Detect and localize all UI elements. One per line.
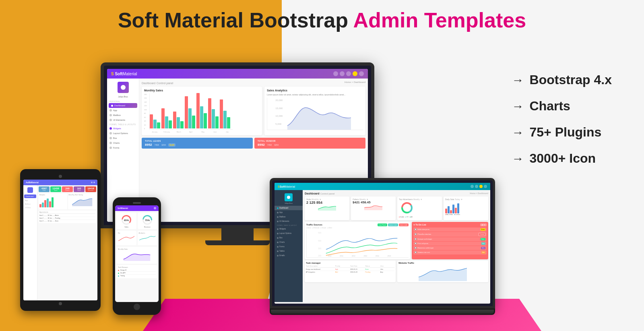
sales-analytics-card: Sales Analytics Lorem ipsum dolor sit am… bbox=[264, 87, 365, 135]
stat-total-leads: TOTAL LEADS 8952 7458 3254 %20 bbox=[142, 138, 253, 149]
bar-feb-teal bbox=[169, 120, 172, 128]
svg-text:20,000: 20,000 bbox=[275, 99, 283, 101]
nav-icon-mail[interactable] bbox=[340, 71, 345, 76]
sidebar-item-charts[interactable]: Charts bbox=[107, 141, 139, 145]
arrow-icon-4: → bbox=[512, 152, 524, 166]
metric-advertisers: Top Advertisers Weekly ▼ ■ Visible bbox=[397, 197, 442, 220]
bar-mar-blue bbox=[177, 117, 180, 128]
sidebar-item-widgets[interactable]: Widgets bbox=[107, 126, 139, 131]
bar-jan-blue bbox=[153, 120, 157, 128]
metrics-row: Visits Monthly ▼ 2 125 854 Orders Weekly… bbox=[305, 197, 488, 220]
todo-checkbox-5[interactable] bbox=[415, 247, 417, 249]
bar-feb-red bbox=[161, 108, 165, 128]
nav-icon-search[interactable] bbox=[333, 71, 338, 76]
monitor-page-title: Dashboard Control panel Home > Dashboard bbox=[142, 81, 365, 85]
sidebar-item-ui[interactable]: UI Elements bbox=[107, 118, 139, 122]
sidebar-dot-app bbox=[109, 109, 112, 112]
chart-title: Monthly Sales bbox=[144, 89, 260, 92]
tablet: AaBbMaterial Dashboard App Mailbox UI El… bbox=[20, 169, 101, 311]
traffic-sources: Traffic Sources Live Feed Latest visit L… bbox=[305, 222, 410, 259]
laptop-sidebar-emails[interactable]: Emails bbox=[275, 253, 303, 258]
bar-may-teal bbox=[204, 113, 207, 128]
laptop-sidebar-tables[interactable]: Tables bbox=[275, 249, 303, 253]
sidebar-item-box[interactable]: Box bbox=[107, 136, 139, 141]
main-title: Soft Material Bootstrap Admin Templates bbox=[0, 9, 644, 32]
laptop-main: Dashboard Control panel Home > Dashboard… bbox=[303, 190, 490, 302]
svg-text:10,000: 10,000 bbox=[275, 115, 283, 117]
sidebar-item-layout[interactable]: Layout Options bbox=[107, 131, 139, 136]
arrow-icon-2: → bbox=[512, 99, 524, 113]
bar-apr-blue bbox=[188, 108, 192, 128]
bar-group-jul bbox=[220, 99, 230, 128]
todo-checkbox-2[interactable] bbox=[415, 233, 417, 235]
metric-daily-sale: Daily Sale Today ▼ bbox=[444, 197, 488, 220]
laptop-sidebar: Juliya Brus Dashboard App Mailbox bbox=[275, 190, 303, 302]
laptop-sidebar-ui[interactable]: UI Elements bbox=[275, 219, 303, 223]
todo-checkbox-3[interactable] bbox=[415, 238, 417, 240]
laptop: SSoftMaterial bbox=[270, 178, 495, 315]
sidebar-section-personal: PERSONAL bbox=[107, 99, 139, 103]
nav-icon-settings[interactable] bbox=[359, 71, 364, 76]
bar-jun-blue bbox=[212, 109, 215, 128]
phone: SoftMaterial 65% Sales bbox=[113, 197, 161, 315]
sidebar-section-forms: FORMS, TABLE & LAYOUTS bbox=[107, 122, 139, 126]
laptop-task-section: Task manager Task Description Priority T… bbox=[305, 261, 488, 282]
bar-may-blue bbox=[200, 106, 203, 128]
bar-jul-red bbox=[220, 99, 223, 128]
bar-jun-teal bbox=[215, 116, 219, 128]
bar-apr-red bbox=[185, 96, 188, 128]
phone-frame: SoftMaterial 65% Sales bbox=[113, 197, 161, 315]
laptop-sidebar-forms[interactable]: Forms bbox=[275, 244, 303, 249]
laptop-sidebar-widgets[interactable]: Widgets bbox=[275, 227, 303, 231]
laptop-sidebar-dashboard[interactable]: Dashboard bbox=[275, 206, 303, 210]
bar-jan-teal bbox=[157, 122, 160, 128]
todo-checkbox-6[interactable] bbox=[415, 251, 417, 253]
monthly-sales-card: Monthly Sales 180160140120100806040200 bbox=[142, 87, 262, 135]
bar-jan-red bbox=[150, 114, 153, 128]
bar-jul-blue bbox=[223, 111, 227, 128]
traffic-chart: 500 400 300 200 bbox=[307, 230, 409, 257]
tablet-frame: AaBbMaterial Dashboard App Mailbox UI El… bbox=[20, 169, 101, 311]
laptop-sidebar-charts[interactable]: Charts bbox=[275, 240, 303, 244]
sidebar-item-app[interactable]: App bbox=[107, 108, 139, 113]
sidebar-dot-widgets bbox=[109, 127, 112, 130]
laptop-dash-body: Juliya Brus Dashboard App Mailbox bbox=[275, 190, 490, 302]
todo-checkbox-4[interactable] bbox=[415, 242, 417, 244]
tablet-inner: AaBbMaterial Dashboard App Mailbox UI El… bbox=[23, 180, 97, 300]
laptop-inner: SSoftMaterial bbox=[275, 183, 490, 304]
bar-jul-teal bbox=[227, 117, 230, 128]
feature-item-3: → 75+ Plugins bbox=[512, 125, 612, 140]
laptop-sidebar-layout[interactable]: Layout Options bbox=[275, 231, 303, 236]
svg-text:2014: 2014 bbox=[376, 255, 380, 257]
nav-icon-bell[interactable] bbox=[346, 71, 351, 76]
feature-item-4: → 3000+ Icon bbox=[512, 151, 612, 166]
title-part2-text: Admin Templates bbox=[353, 8, 526, 32]
laptop-base bbox=[270, 308, 495, 315]
bar-feb-blue bbox=[165, 116, 168, 128]
svg-text:300: 300 bbox=[318, 248, 321, 250]
website-traffic: Website Traffic bbox=[397, 261, 488, 282]
monitor-brand: S SoftMaterial bbox=[111, 72, 137, 76]
feature-item-2: → Charts bbox=[512, 99, 612, 114]
sidebar-dot-mailbox bbox=[109, 114, 112, 116]
svg-text:200: 200 bbox=[318, 255, 321, 257]
laptop-screen: SSoftMaterial bbox=[270, 178, 495, 308]
sidebar-item-mailbox[interactable]: Mailbox bbox=[107, 113, 139, 118]
area-chart: 20,000 15,000 10,000 5,000 bbox=[267, 98, 363, 130]
sidebar-dot-ui bbox=[109, 119, 112, 121]
arrow-icon-1: → bbox=[512, 73, 524, 87]
bar-group-jun bbox=[208, 98, 219, 128]
laptop-sidebar-mailbox[interactable]: Mailbox bbox=[275, 215, 303, 219]
todo-checkbox-1[interactable] bbox=[415, 228, 417, 230]
laptop-sidebar-app[interactable]: App bbox=[275, 210, 303, 215]
nav-icon-user[interactable] bbox=[353, 71, 357, 76]
todo-list: ● To Do List All ▼ Nulla vitae purus Ext… bbox=[412, 222, 488, 259]
laptop-sidebar-box[interactable]: Box bbox=[275, 236, 303, 240]
bar-group-jan bbox=[150, 114, 160, 128]
sidebar-item-dashboard[interactable]: Dashboard bbox=[109, 103, 137, 108]
bar-jun-red bbox=[208, 98, 211, 128]
svg-text:65%: 65% bbox=[124, 219, 129, 221]
sidebar-item-forms[interactable]: Forms bbox=[107, 145, 139, 150]
monitor-content-row: Monthly Sales 180160140120100806040200 bbox=[142, 87, 365, 135]
bar-mar-red bbox=[173, 112, 176, 128]
